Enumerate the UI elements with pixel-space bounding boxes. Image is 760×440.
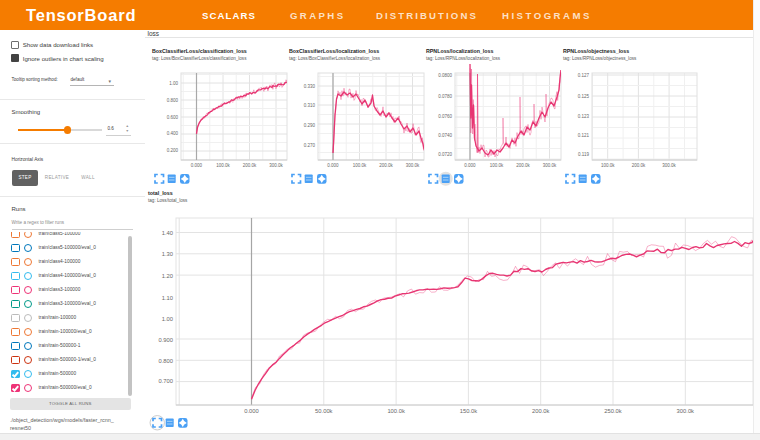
- svg-text:200.0k: 200.0k: [243, 163, 257, 168]
- svg-text:0.800: 0.800: [158, 358, 173, 364]
- svg-text:0.270: 0.270: [304, 143, 316, 148]
- svg-text:0.200: 0.200: [167, 148, 179, 153]
- svg-text:0.700: 0.700: [158, 378, 173, 384]
- svg-text:0.119: 0.119: [578, 152, 589, 157]
- svg-text:0.0760: 0.0760: [438, 114, 452, 119]
- svg-text:0.121: 0.121: [578, 133, 590, 138]
- svg-text:0.290: 0.290: [304, 123, 316, 128]
- svg-text:1.20: 1.20: [162, 273, 173, 279]
- svg-text:300.0k: 300.0k: [269, 163, 283, 168]
- svg-text:0.0800: 0.0800: [438, 73, 452, 78]
- svg-text:1.40: 1.40: [162, 230, 173, 236]
- svg-text:0.123: 0.123: [578, 114, 590, 119]
- svg-text:0.000: 0.000: [464, 163, 476, 168]
- svg-text:200.0k: 200.0k: [379, 163, 393, 168]
- svg-text:300.0k: 300.0k: [543, 163, 557, 168]
- svg-text:250.0k: 250.0k: [604, 408, 622, 414]
- svg-text:0.000: 0.000: [327, 163, 339, 168]
- svg-text:1.30: 1.30: [162, 251, 173, 257]
- svg-text:0.125: 0.125: [578, 94, 590, 99]
- svg-text:1.10: 1.10: [162, 295, 173, 301]
- svg-text:0.330: 0.330: [304, 84, 316, 89]
- svg-text:200.0k: 200.0k: [532, 408, 550, 414]
- svg-text:0.127: 0.127: [578, 73, 590, 78]
- svg-text:100.0k: 100.0k: [387, 408, 405, 414]
- svg-text:100.0k: 100.0k: [216, 163, 230, 168]
- svg-text:100.0k: 100.0k: [601, 163, 615, 168]
- svg-text:0.600: 0.600: [167, 115, 179, 120]
- svg-text:1.00: 1.00: [162, 316, 173, 322]
- svg-text:200.0k: 200.0k: [632, 163, 646, 168]
- svg-text:300.0k: 300.0k: [677, 408, 695, 414]
- svg-text:0.800: 0.800: [167, 98, 179, 103]
- svg-text:200.0k: 200.0k: [516, 163, 530, 168]
- svg-text:0.0740: 0.0740: [438, 133, 452, 138]
- svg-text:100.0k: 100.0k: [353, 163, 367, 168]
- svg-text:0.0780: 0.0780: [438, 94, 452, 99]
- svg-text:50.00k: 50.00k: [315, 408, 333, 414]
- svg-text:0.0720: 0.0720: [438, 152, 452, 157]
- svg-text:0.000: 0.000: [244, 408, 259, 414]
- svg-text:300.0k: 300.0k: [662, 163, 676, 168]
- svg-text:0.000: 0.000: [191, 163, 203, 168]
- svg-text:0.400: 0.400: [167, 131, 179, 136]
- svg-text:100.0k: 100.0k: [490, 163, 504, 168]
- svg-text:150.0k: 150.0k: [460, 408, 478, 414]
- svg-text:300.0k: 300.0k: [406, 163, 420, 168]
- svg-text:1.00: 1.00: [169, 81, 178, 86]
- svg-text:0.310: 0.310: [304, 103, 316, 108]
- svg-text:0.900: 0.900: [158, 337, 173, 343]
